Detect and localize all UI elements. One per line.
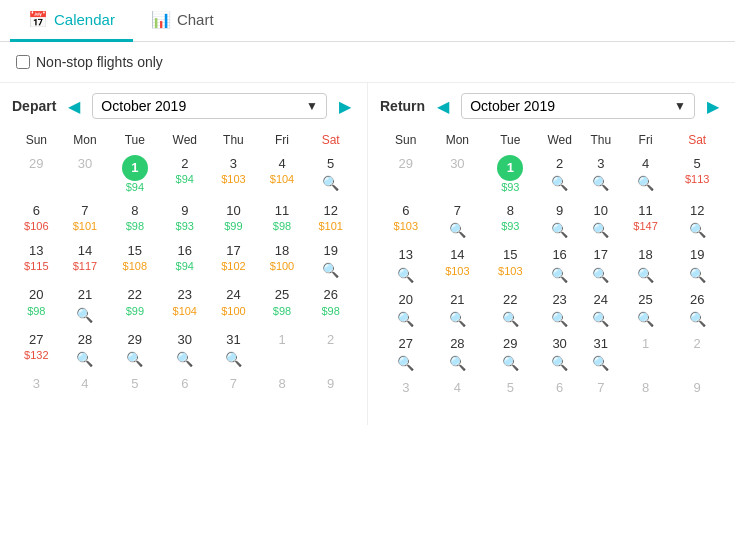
list-item: 15$108 <box>109 238 160 282</box>
table-row: 13$11514$11715$10816$9417$10218$10019🔍 <box>12 238 355 282</box>
search-icon[interactable]: 🔍 <box>592 222 609 238</box>
list-item[interactable]: 3🔍 <box>582 151 620 198</box>
search-icon[interactable]: 🔍 <box>126 351 143 367</box>
search-icon[interactable]: 🔍 <box>76 307 93 323</box>
search-icon[interactable]: 🔍 <box>551 267 568 283</box>
return-next-button[interactable]: ▶ <box>703 95 723 118</box>
search-icon[interactable]: 🔍 <box>502 355 519 371</box>
tab-calendar[interactable]: 📅 Calendar <box>10 0 133 42</box>
search-icon[interactable]: 🔍 <box>551 355 568 371</box>
day-number: 2 <box>181 155 188 173</box>
search-icon[interactable]: 🔍 <box>551 311 568 327</box>
list-item[interactable]: 2🔍 <box>537 151 581 198</box>
search-icon[interactable]: 🔍 <box>76 351 93 367</box>
list-item[interactable]: 22🔍 <box>483 287 537 331</box>
list-item[interactable]: 21🔍 <box>432 287 484 331</box>
search-icon[interactable]: 🔍 <box>637 175 654 191</box>
search-icon[interactable]: 🔍 <box>592 175 609 191</box>
list-item[interactable]: 19🔍 <box>671 242 723 286</box>
list-item[interactable]: 28🔍 <box>432 331 484 375</box>
list-item[interactable]: 4🔍 <box>620 151 672 198</box>
search-icon[interactable]: 🔍 <box>689 267 706 283</box>
list-item: 14$117 <box>61 238 110 282</box>
depart-next-button[interactable]: ▶ <box>335 95 355 118</box>
price-label: $108 <box>123 260 147 273</box>
search-icon[interactable]: 🔍 <box>225 351 242 367</box>
search-icon[interactable]: 🔍 <box>551 222 568 238</box>
list-item[interactable]: 24🔍 <box>582 287 620 331</box>
list-item: 2 <box>306 327 355 371</box>
day-number: 3 <box>230 155 237 173</box>
list-item[interactable]: 18🔍 <box>620 242 672 286</box>
list-item[interactable]: 29🔍 <box>483 331 537 375</box>
list-item[interactable]: 28🔍 <box>61 327 110 371</box>
list-item[interactable]: 30🔍 <box>160 327 209 371</box>
list-item[interactable]: 9🔍 <box>537 198 581 242</box>
list-item[interactable]: 23🔍 <box>537 287 581 331</box>
options-bar: Non-stop flights only <box>0 42 735 83</box>
search-icon[interactable]: 🔍 <box>449 222 466 238</box>
list-item: 13$115 <box>12 238 61 282</box>
list-item[interactable]: 30🔍 <box>537 331 581 375</box>
depart-prev-button[interactable]: ◀ <box>64 95 84 118</box>
search-icon[interactable]: 🔍 <box>397 355 414 371</box>
price-label: $98 <box>273 220 291 233</box>
nonstop-checkbox-label[interactable]: Non-stop flights only <box>16 54 163 70</box>
depart-th-sat: Sat <box>306 129 355 151</box>
return-weekday-row: Sun Mon Tue Wed Thu Fri Sat <box>380 129 723 151</box>
return-grid: Sun Mon Tue Wed Thu Fri Sat 29301$932🔍3🔍… <box>380 129 723 415</box>
day-number: 18 <box>275 242 289 260</box>
day-number: 25 <box>275 286 289 304</box>
depart-th-sun: Sun <box>12 129 61 151</box>
day-number: 5 <box>131 375 138 393</box>
search-icon[interactable]: 🔍 <box>689 311 706 327</box>
search-icon[interactable]: 🔍 <box>502 311 519 327</box>
search-icon[interactable]: 🔍 <box>592 355 609 371</box>
day-number: 8 <box>642 379 649 397</box>
list-item: 24$100 <box>209 282 258 326</box>
table-row: 13🔍14$10315$10316🔍17🔍18🔍19🔍 <box>380 242 723 286</box>
search-icon[interactable]: 🔍 <box>637 267 654 283</box>
nonstop-checkbox[interactable] <box>16 55 30 69</box>
list-item[interactable]: 31🔍 <box>209 327 258 371</box>
day-number: 9 <box>327 375 334 393</box>
return-prev-button[interactable]: ◀ <box>433 95 453 118</box>
search-icon[interactable]: 🔍 <box>322 262 339 278</box>
list-item[interactable]: 29🔍 <box>109 327 160 371</box>
day-number: 29 <box>503 335 517 353</box>
day-number: 2 <box>694 335 701 353</box>
list-item[interactable]: 16🔍 <box>537 242 581 286</box>
search-icon[interactable]: 🔍 <box>637 311 654 327</box>
list-item[interactable]: 20🔍 <box>380 287 432 331</box>
list-item[interactable]: 12🔍 <box>671 198 723 242</box>
list-item[interactable]: 1$93 <box>483 151 537 198</box>
list-item[interactable]: 13🔍 <box>380 242 432 286</box>
list-item[interactable]: 5🔍 <box>306 151 355 198</box>
list-item[interactable]: 7🔍 <box>432 198 484 242</box>
list-item[interactable]: 17🔍 <box>582 242 620 286</box>
depart-month-select[interactable]: October 2019 ▼ <box>92 93 327 119</box>
search-icon[interactable]: 🔍 <box>397 267 414 283</box>
search-icon[interactable]: 🔍 <box>322 175 339 191</box>
list-item: 2$94 <box>160 151 209 198</box>
search-icon[interactable]: 🔍 <box>689 222 706 238</box>
search-icon[interactable]: 🔍 <box>449 311 466 327</box>
list-item[interactable]: 31🔍 <box>582 331 620 375</box>
search-icon[interactable]: 🔍 <box>551 175 568 191</box>
return-th-fri: Fri <box>620 129 672 151</box>
list-item[interactable]: 27🔍 <box>380 331 432 375</box>
list-item[interactable]: 10🔍 <box>582 198 620 242</box>
tab-chart[interactable]: 📊 Chart <box>133 0 232 42</box>
list-item[interactable]: 25🔍 <box>620 287 672 331</box>
list-item[interactable]: 21🔍 <box>61 282 110 326</box>
list-item[interactable]: 19🔍 <box>306 238 355 282</box>
search-icon[interactable]: 🔍 <box>449 355 466 371</box>
search-icon[interactable]: 🔍 <box>397 311 414 327</box>
list-item[interactable]: 1$94 <box>109 151 160 198</box>
search-icon[interactable]: 🔍 <box>592 267 609 283</box>
day-number: 25 <box>638 291 652 309</box>
return-month-select[interactable]: October 2019 ▼ <box>461 93 695 119</box>
search-icon[interactable]: 🔍 <box>592 311 609 327</box>
list-item[interactable]: 26🔍 <box>671 287 723 331</box>
search-icon[interactable]: 🔍 <box>176 351 193 367</box>
